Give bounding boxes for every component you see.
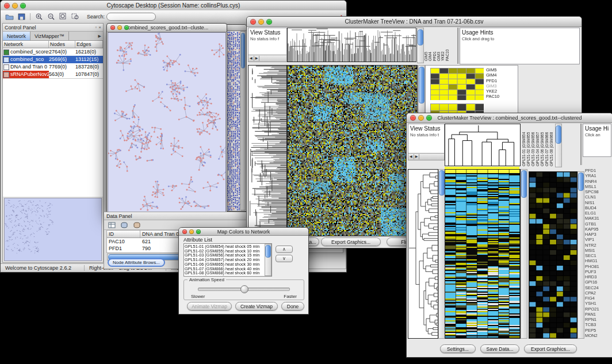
gene-label[interactable]: PEP5 xyxy=(585,328,611,333)
tv1-column-scrollbar[interactable] xyxy=(417,28,424,63)
slider-thumb[interactable] xyxy=(240,285,248,293)
column-label[interactable]: GPL51-02 (GSM855 xyxy=(526,124,531,166)
done-button[interactable]: Done xyxy=(281,302,304,311)
scroll-left-icon[interactable]: ◀ xyxy=(408,154,414,159)
matrix-row-label[interactable]: GIM3 xyxy=(486,83,499,89)
tv1-column-dendrogram-canvas[interactable] xyxy=(287,28,416,62)
treeview-combined-titlebar[interactable]: ClusterMaker TreeView : combined_scores_… xyxy=(407,113,612,123)
tv1-heatmap-canvas[interactable] xyxy=(287,65,418,236)
network-graph-canvas[interactable] xyxy=(108,33,225,212)
tab-vizmapper[interactable]: VizMapper™ xyxy=(30,32,69,40)
gene-label[interactable]: TCB3 xyxy=(585,322,611,327)
gene-label[interactable]: HAP3 xyxy=(585,232,611,237)
gene-label[interactable]: SPC98 xyxy=(585,189,611,194)
tv2-zoom-scrollbar[interactable] xyxy=(577,171,584,339)
maximize-icon[interactable] xyxy=(20,3,26,9)
col-nodes[interactable]: Nodes xyxy=(49,41,75,48)
maximize-icon[interactable] xyxy=(266,19,272,25)
attribute-list-scrollbar[interactable] xyxy=(265,244,271,276)
gene-label[interactable]: HMG1 xyxy=(585,258,611,263)
col-edges[interactable]: Edges xyxy=(75,41,103,48)
scroll-left-icon[interactable]: ◀ xyxy=(248,56,254,61)
close-icon[interactable] xyxy=(110,25,115,30)
gene-label[interactable]: RNR4 xyxy=(585,179,611,184)
zoom-in-icon[interactable] xyxy=(34,12,44,21)
tab-network[interactable]: Network xyxy=(3,32,30,40)
gene-label[interactable]: PAN1 xyxy=(585,312,611,317)
float-panel-icon[interactable]: ▫ xyxy=(95,25,97,30)
network-view-titlebar[interactable]: combined_scores_good.txt--cluste... xyxy=(107,24,227,32)
zoom-out-icon[interactable] xyxy=(46,12,56,21)
gene-label[interactable]: GTB1 xyxy=(585,221,611,227)
minimize-icon[interactable] xyxy=(189,229,194,234)
gene-label[interactable]: PUF3 xyxy=(585,269,611,274)
maximize-icon[interactable] xyxy=(426,115,432,121)
close-icon[interactable] xyxy=(410,115,416,121)
move-up-button[interactable]: ∧ xyxy=(276,246,293,253)
node-attribute-browser-tab[interactable]: Node Attribute Brows... xyxy=(108,258,165,267)
animate-vizmap-button[interactable]: Animate Vizmap xyxy=(187,302,232,311)
column-label[interactable]: GPL51-06 (GSM865 xyxy=(540,124,545,166)
save-icon[interactable] xyxy=(16,12,26,21)
gene-label[interactable]: NIS1 xyxy=(585,200,611,205)
clear-table-icon[interactable] xyxy=(132,221,142,229)
treeview-dna-titlebar[interactable]: ClusterMaker TreeView : DNA and Tran 07-… xyxy=(247,17,582,27)
gene-label[interactable]: PFD1 xyxy=(585,168,611,173)
tab-overflow-icon[interactable]: ▶ xyxy=(97,32,103,40)
minimize-icon[interactable] xyxy=(418,115,424,121)
column-label[interactable]: GPL51-03 (GSM856 xyxy=(531,124,536,166)
matrix-row-label[interactable]: PFD1 xyxy=(486,78,499,83)
network-overview[interactable] xyxy=(4,198,102,261)
split-divider[interactable] xyxy=(580,124,582,165)
open-folder-icon[interactable] xyxy=(4,12,14,21)
gene-label[interactable]: GPI16 xyxy=(585,279,611,285)
main-titlebar[interactable]: Cytoscape Desktop (Session Name: collins… xyxy=(1,1,346,11)
tv1-similarity-matrix-canvas[interactable] xyxy=(430,68,484,100)
column-label[interactable]: PFD1 xyxy=(433,28,437,61)
treeview-button[interactable]: Settings... xyxy=(440,344,476,353)
gene-label[interactable]: YSH1 xyxy=(585,301,611,306)
create-vizmap-button[interactable]: Create Vizmap xyxy=(235,302,278,311)
network-row[interactable]: combined_scores 2764(0) 16218(0) xyxy=(3,48,103,56)
close-icon[interactable] xyxy=(4,3,10,9)
gene-label[interactable]: HRD3 xyxy=(585,274,611,279)
column-label[interactable]: GPL51-08 (GSM868 xyxy=(549,124,554,166)
close-icon[interactable] xyxy=(250,19,256,25)
secondary-network-scrollbar[interactable] xyxy=(240,31,246,210)
maximize-icon[interactable] xyxy=(196,229,201,234)
column-label[interactable]: GPL51-01 (GSM854 xyxy=(522,124,526,166)
zoom-fit-icon[interactable] xyxy=(58,12,68,21)
gene-label[interactable]: KAP95 xyxy=(585,227,611,232)
tv1-row-dendrogram-canvas[interactable] xyxy=(248,65,287,236)
scroll-right-icon[interactable]: ▶ xyxy=(254,56,260,61)
network-row[interactable]: sRNAPuberNov2 563(0) 107847(0) xyxy=(3,71,103,78)
matrix-row-label[interactable]: YKE2 xyxy=(486,89,499,94)
zoom-selection-icon[interactable] xyxy=(70,12,81,21)
gene-label[interactable]: SEC24 xyxy=(585,285,611,290)
network-row[interactable]: combined_sco 2569(6) 13112(15) xyxy=(3,56,103,63)
attribute-item[interactable]: GPL51-08 (GSM868) heat shock 60 min xyxy=(185,271,266,275)
network-row[interactable]: DNA and Tran 0 7769(0) 183728(0) xyxy=(3,63,103,71)
column-label[interactable]: PAC10 xyxy=(445,28,449,61)
col-id[interactable]: ID xyxy=(107,231,140,237)
gene-label[interactable]: BUD4 xyxy=(585,205,611,210)
gene-label[interactable]: CLN1 xyxy=(585,194,611,200)
gene-label[interactable]: MAK31 xyxy=(585,216,611,221)
treeview-button[interactable]: Save Data... xyxy=(480,344,519,353)
dialog-titlebar[interactable]: Map Colors to Network xyxy=(179,228,308,236)
tv2-zoom-heatmap-canvas[interactable] xyxy=(529,171,577,339)
matrix-row-label[interactable]: PAC10 xyxy=(486,94,499,99)
column-label[interactable]: YKE2 xyxy=(441,28,445,61)
gene-label[interactable]: MON2 xyxy=(585,333,611,338)
gene-label[interactable]: MSI1 xyxy=(585,248,611,253)
gene-label[interactable]: FIG4 xyxy=(585,296,611,301)
gene-label[interactable]: CPA2 xyxy=(585,290,611,296)
gene-label[interactable]: PHO81 xyxy=(585,264,611,269)
gene-label[interactable]: ELG1 xyxy=(585,210,611,216)
gene-label[interactable]: RPO21 xyxy=(585,306,611,312)
search-input[interactable] xyxy=(106,13,156,21)
minimize-icon[interactable] xyxy=(12,3,18,9)
tv2-column-scrollbar[interactable] xyxy=(555,124,562,167)
gene-label[interactable]: RPN1 xyxy=(585,317,611,322)
scroll-right-icon[interactable]: ▶ xyxy=(414,154,420,159)
